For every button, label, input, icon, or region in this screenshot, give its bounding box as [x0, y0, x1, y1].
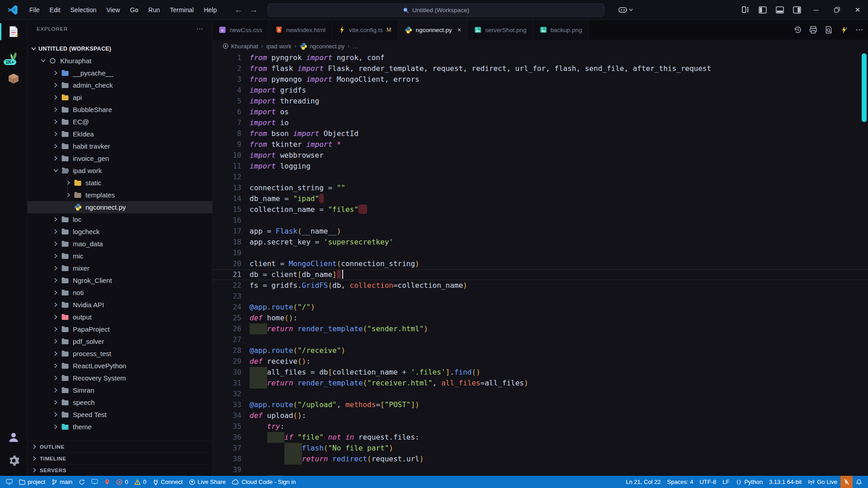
tab-vite.config.ts[interactable]: vite.config.tsM — [332, 20, 398, 40]
code-line-4[interactable]: 4import gridfs — [212, 85, 868, 96]
menu-terminal[interactable]: Terminal — [165, 4, 199, 16]
chevron-right-icon[interactable] — [52, 290, 59, 295]
copilot-button[interactable] — [618, 6, 633, 13]
tree-item-process-test[interactable]: process_test — [28, 347, 212, 360]
tree-item--pycache-[interactable]: __pycache__ — [28, 67, 212, 79]
tree-item-mixer[interactable]: mixer — [28, 262, 212, 274]
code-line-40[interactable]: 40 file = request.files["file"] — [212, 475, 868, 476]
code-line-31[interactable]: 31return render_template("receiver.html"… — [212, 378, 868, 389]
code-line-30[interactable]: 30all_files = db[collection_name + '.fil… — [212, 367, 868, 378]
tree-item-nvidia-api[interactable]: Nvidia API — [28, 299, 212, 311]
toggle-panel-icon[interactable] — [771, 0, 788, 19]
tree-item-ipad-work[interactable]: ipad work — [28, 164, 212, 177]
tree-item-ngrok-client[interactable]: Ngrok_Client — [28, 274, 212, 286]
tree-item-speech[interactable]: speech — [28, 396, 212, 408]
code-line-18[interactable]: 18app.secret_key = 'supersecretkey' — [212, 237, 868, 248]
more-icon[interactable] — [855, 26, 863, 34]
tree-item-output[interactable]: output — [28, 311, 212, 323]
code-line-15[interactable]: 15collection_name = "files" — [212, 204, 868, 215]
search-doc-icon[interactable] — [825, 26, 833, 34]
code-line-23[interactable]: 23 — [212, 291, 868, 302]
menu-go[interactable]: Go — [125, 4, 143, 16]
code-line-16[interactable]: 16 — [212, 215, 868, 226]
tree-item-papaproject[interactable]: PapaProject — [28, 323, 212, 335]
activitybar-settings[interactable] — [0, 449, 28, 472]
code-line-10[interactable]: 10import webbrowser — [212, 150, 868, 161]
close-button[interactable]: ✕ — [847, 0, 868, 20]
statusbar-go-live[interactable]: Go Live — [805, 476, 840, 488]
tree-item-khuraphat[interactable]: Khuraphat — [28, 55, 212, 67]
tree-item-noti[interactable]: noti — [28, 286, 212, 299]
statusbar-encoding[interactable]: UTF-8 — [696, 476, 719, 488]
menu-run[interactable]: Run — [143, 4, 165, 16]
breadcrumb-item[interactable]: ngconnect.py — [300, 42, 344, 50]
code-line-9[interactable]: 9from tkinter import * — [212, 139, 868, 150]
code-line-27[interactable]: 27 — [212, 334, 868, 345]
command-center-search[interactable]: Untitled (Workspace) — [268, 4, 604, 17]
tree-item-templates[interactable]: templates — [28, 189, 212, 201]
tree-item-logcheck[interactable]: logcheck — [28, 225, 212, 238]
chevron-right-icon[interactable] — [52, 144, 59, 149]
minimize-button[interactable]: ─ — [806, 0, 826, 20]
breadcrumb-item[interactable]: ipad work — [266, 43, 292, 50]
statusbar-git-branch[interactable]: main — [48, 476, 75, 488]
activitybar-package[interactable] — [0, 67, 28, 90]
statusbar-connect[interactable]: Connect — [150, 476, 186, 488]
chevron-right-icon[interactable] — [52, 241, 59, 246]
workspace-section-header[interactable]: UNTITLED (WORKSPACE) — [28, 42, 212, 55]
code-line-36[interactable]: 36 if "file" not in request.files: — [212, 432, 868, 443]
code-line-33[interactable]: 33@app.route("/upload", methods=["POST"]… — [212, 399, 868, 410]
tree-item-ekidea[interactable]: EkIdea — [28, 128, 212, 140]
forward-button[interactable]: → — [249, 5, 258, 15]
tree-item-simran[interactable]: Simran — [28, 384, 212, 396]
chevron-right-icon[interactable] — [52, 363, 59, 368]
statusbar-eol[interactable]: LF — [719, 476, 732, 488]
chevron-right-icon[interactable] — [52, 412, 59, 417]
code-line-1[interactable]: 1from pyngrok import ngrok, conf — [212, 52, 868, 63]
code-line-8[interactable]: 8from bson import ObjectId — [212, 128, 868, 139]
toggle-primary-sidebar-icon[interactable] — [754, 0, 771, 19]
breadcrumb-item[interactable]: … — [353, 43, 359, 50]
code-line-12[interactable]: 12 — [212, 172, 868, 183]
tree-item-reactlovepython[interactable]: ReactLovePython — [28, 360, 212, 372]
chevron-right-icon[interactable] — [52, 70, 59, 75]
code-line-13[interactable]: 13connection_string = "" — [212, 183, 868, 193]
code-line-32[interactable]: 32 — [212, 389, 868, 399]
tree-item-loc[interactable]: loc — [28, 213, 212, 225]
code-editor[interactable]: 1from pyngrok import ngrok, conf2from fl… — [212, 52, 868, 476]
menu-view[interactable]: View — [101, 4, 125, 16]
menu-edit[interactable]: Edit — [45, 4, 66, 16]
code-line-24[interactable]: 24@app.route("/") — [212, 302, 868, 313]
back-button[interactable]: ← — [234, 5, 243, 15]
section-servers[interactable]: SERVERS — [28, 464, 212, 476]
tree-item-static[interactable]: static — [28, 177, 212, 189]
breadcrumb-item[interactable]: Khuraphat — [222, 43, 258, 50]
code-line-11[interactable]: 11import logging — [212, 161, 868, 172]
tree-item-invoice-gen[interactable]: invoice_gen — [28, 152, 212, 164]
statusbar-pin[interactable] — [101, 476, 113, 488]
toggle-secondary-sidebar-icon[interactable] — [788, 0, 806, 19]
chevron-right-icon[interactable] — [52, 278, 59, 283]
menu-help[interactable]: Help — [199, 4, 222, 16]
statusbar-indentation[interactable]: Spaces: 4 — [664, 476, 697, 488]
spark-icon[interactable] — [840, 26, 848, 34]
statusbar-live-share[interactable]: Live Share — [186, 476, 229, 488]
code-line-38[interactable]: 38 return redirect(request.url) — [212, 454, 868, 465]
statusbar-screencast[interactable] — [88, 476, 101, 488]
scrollbar-thumb[interactable] — [862, 53, 867, 122]
tab-close-icon[interactable]: × — [458, 26, 461, 33]
chevron-right-icon[interactable] — [52, 424, 59, 429]
chevron-right-icon[interactable] — [52, 351, 59, 356]
tab-newindex.html[interactable]: 5newIndex.html — [269, 20, 332, 40]
tree-item-pdf-solver[interactable]: pdf_solver — [28, 335, 212, 347]
chevron-down-icon[interactable] — [52, 168, 59, 173]
chevron-right-icon[interactable] — [52, 95, 59, 100]
chevron-right-icon[interactable] — [52, 266, 59, 271]
customize-layout-icon[interactable] — [737, 0, 754, 19]
tab-servershot.png[interactable]: serverShot.png — [468, 20, 533, 40]
chevron-right-icon[interactable] — [52, 302, 59, 307]
chevron-right-icon[interactable] — [65, 192, 72, 197]
chevron-right-icon[interactable] — [52, 131, 59, 136]
chevron-right-icon[interactable] — [52, 375, 59, 380]
tree-item-recovery-system[interactable]: Recovery System — [28, 372, 212, 384]
